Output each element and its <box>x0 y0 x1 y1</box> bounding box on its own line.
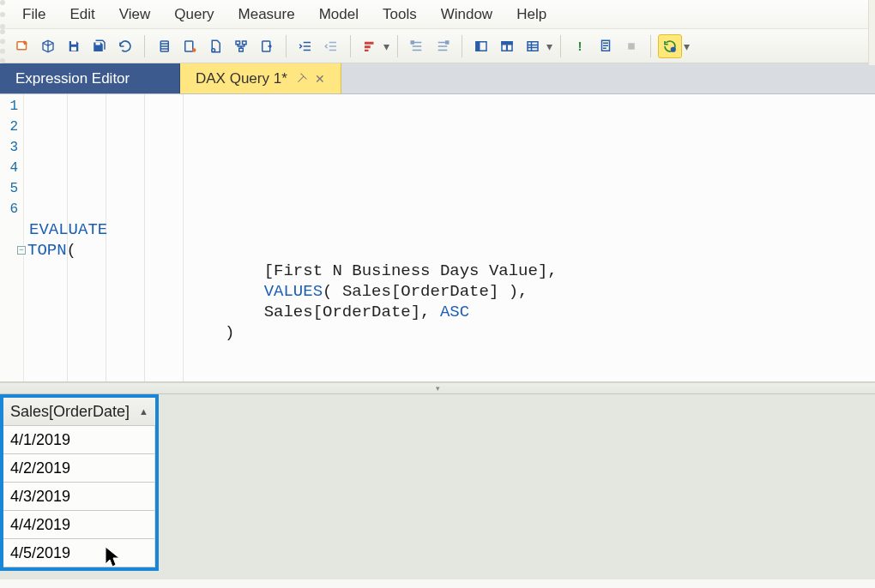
toolbar-separator <box>144 35 145 57</box>
svg-rect-15 <box>411 41 413 44</box>
stop-icon[interactable] <box>619 34 643 58</box>
svg-rect-16 <box>446 41 449 44</box>
code-area[interactable]: EVALUATE−TOPN( [First N Business Days Va… <box>24 94 875 381</box>
tab-label: Expression Editor <box>15 70 130 87</box>
panel-dropdown-icon[interactable]: ▾ <box>545 34 553 58</box>
svg-rect-25 <box>628 43 635 50</box>
code-line[interactable]: −TOPN( <box>24 240 875 261</box>
code-line[interactable]: Sales[OrderDate], ASC <box>24 302 875 322</box>
code-line[interactable]: ) <box>24 322 875 343</box>
indent-icon[interactable] <box>293 34 317 58</box>
grip-icon: ▾ <box>436 384 439 393</box>
cube-icon[interactable] <box>36 34 60 58</box>
toolbar-separator <box>650 35 651 57</box>
menu-model[interactable]: Model <box>307 3 371 27</box>
svg-point-7 <box>212 48 215 51</box>
results-panel: Sales[OrderDate] ▲ 4/1/2019 4/2/2019 4/3… <box>0 394 875 579</box>
horizontal-splitter[interactable]: ▾ <box>0 382 875 394</box>
results-grid: Sales[OrderDate] ▲ 4/1/2019 4/2/2019 4/3… <box>0 394 159 571</box>
svg-rect-2 <box>71 46 76 51</box>
code-line[interactable]: EVALUATE <box>24 219 875 240</box>
svg-rect-3 <box>96 42 100 45</box>
tab-dax-query[interactable]: DAX Query 1* ⊣ ✕ <box>180 63 341 93</box>
tab-label: DAX Query 1* <box>196 70 287 87</box>
svg-rect-13 <box>365 45 371 48</box>
svg-text:!: ! <box>578 39 582 53</box>
code-line[interactable]: [First N Business Days Value], <box>24 261 875 281</box>
toolbar-separator <box>462 35 462 57</box>
doc-check-icon[interactable] <box>594 34 618 58</box>
save-all-icon[interactable] <box>88 34 112 58</box>
table-row[interactable]: 4/4/2019 <box>3 511 155 539</box>
menu-query[interactable]: Query <box>162 3 226 27</box>
table-row[interactable]: 4/2/2019 <box>3 454 155 483</box>
table-row[interactable]: 4/3/2019 <box>3 483 155 511</box>
document-tabs: Expression Editor DAX Query 1* ⊣ ✕ <box>0 63 875 94</box>
toolbar-separator <box>560 35 561 57</box>
uncomment-icon[interactable] <box>431 34 455 58</box>
toolbar-separator <box>350 35 351 57</box>
svg-point-6 <box>192 48 196 52</box>
panel-bottom-icon[interactable]: ! <box>495 34 519 58</box>
toolbar: ▾ ! ▾ ! ▾ <box>0 29 875 63</box>
svg-point-26 <box>672 47 676 51</box>
format-dax-icon[interactable] <box>358 34 382 58</box>
save-icon[interactable] <box>62 34 86 58</box>
menu-view[interactable]: View <box>107 3 163 27</box>
export-icon[interactable] <box>255 34 279 58</box>
run-dropdown-icon[interactable]: ▾ <box>682 34 691 58</box>
menu-tools[interactable]: Tools <box>371 3 429 27</box>
svg-rect-12 <box>365 41 374 44</box>
page-icon[interactable] <box>203 34 227 58</box>
svg-rect-1 <box>71 41 76 45</box>
tree-icon[interactable] <box>229 34 253 58</box>
line-number: 4 <box>0 158 23 178</box>
line-number: 6 <box>0 199 23 219</box>
column-header-label: Sales[OrderDate] <box>10 398 130 426</box>
line-number: 3 <box>0 137 23 158</box>
tab-expression-editor[interactable]: Expression Editor <box>0 63 180 93</box>
run-gear-icon[interactable] <box>658 34 682 58</box>
code-editor[interactable]: 1 2 3 4 5 6 EVALUATE−TOPN( [First N Busi… <box>0 94 875 382</box>
outdent-icon[interactable] <box>319 34 343 58</box>
pin-icon[interactable]: ⊣ <box>293 70 310 87</box>
refresh-icon[interactable] <box>113 34 137 58</box>
panel-left-icon[interactable] <box>469 34 493 58</box>
svg-rect-9 <box>243 41 247 45</box>
paste-special-icon[interactable] <box>178 34 202 58</box>
format-dropdown-icon[interactable]: ▾ <box>382 34 390 58</box>
code-line[interactable]: VALUES( Sales[OrderDate] ), <box>24 281 875 302</box>
table-row[interactable]: 4/1/2019 <box>3 426 155 454</box>
svg-rect-5 <box>185 41 193 51</box>
svg-rect-14 <box>365 49 369 51</box>
line-gutter: 1 2 3 4 5 6 <box>0 94 24 381</box>
line-number: 1 <box>0 96 23 117</box>
window-edge <box>868 0 875 65</box>
sort-ascending-icon: ▲ <box>139 398 148 426</box>
line-number: 5 <box>0 178 23 199</box>
toolbar-separator <box>397 35 398 57</box>
new-connection-icon[interactable] <box>10 34 34 58</box>
svg-rect-18 <box>476 41 480 51</box>
menu-window[interactable]: Window <box>429 3 504 27</box>
line-number: 2 <box>0 117 23 137</box>
svg-rect-10 <box>239 48 244 51</box>
menu-measure[interactable]: Measure <box>226 3 307 27</box>
exclaim-icon[interactable]: ! <box>568 34 592 58</box>
fold-icon[interactable]: − <box>17 246 26 255</box>
table-row[interactable]: 4/5/2019 <box>3 539 155 567</box>
column-header[interactable]: Sales[OrderDate] ▲ <box>3 398 155 426</box>
svg-rect-22 <box>528 41 538 51</box>
menu-bar: File Edit View Query Measure Model Tools… <box>0 0 875 29</box>
panel-grid-icon[interactable] <box>521 34 545 58</box>
svg-rect-8 <box>236 41 240 45</box>
close-icon[interactable]: ✕ <box>315 72 325 86</box>
comment-icon[interactable] <box>405 34 429 58</box>
menu-help[interactable]: Help <box>504 3 558 27</box>
copy-icon[interactable] <box>152 34 176 58</box>
svg-text:!: ! <box>506 44 508 50</box>
menu-file[interactable]: File <box>10 3 57 27</box>
menu-edit[interactable]: Edit <box>57 3 106 27</box>
toolbar-separator <box>286 35 287 57</box>
